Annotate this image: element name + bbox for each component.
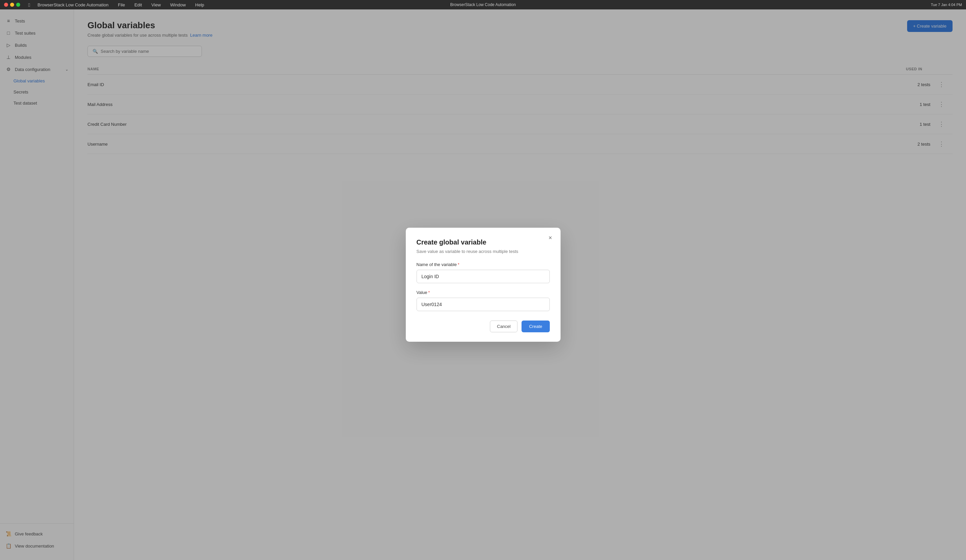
variable-value-input[interactable]	[417, 298, 550, 311]
modal-title: Create global variable	[417, 238, 550, 246]
create-button[interactable]: Create	[522, 320, 549, 332]
titlebar-left:  BrowserStack Low Code Automation File …	[4, 2, 206, 8]
maximize-button[interactable]	[16, 3, 20, 7]
apple-icon: 	[28, 2, 30, 8]
minimize-button[interactable]	[10, 3, 14, 7]
traffic-lights	[4, 3, 20, 7]
menu-help[interactable]: Help	[193, 2, 206, 8]
menu-window[interactable]: Window	[168, 2, 188, 8]
menu-edit[interactable]: Edit	[132, 2, 144, 8]
modal-close-button[interactable]: ×	[546, 233, 555, 243]
modal-subtitle: Save value as variable to reuse across m…	[417, 249, 550, 254]
variable-name-input[interactable]	[417, 270, 550, 283]
name-required-star: *	[458, 262, 459, 267]
app-container: ≡ Tests □ Test suites ▷ Builds ⊥ Modules…	[0, 10, 966, 560]
modal-actions: Cancel Create	[417, 320, 550, 332]
variable-value-label: Value *	[417, 290, 550, 295]
titlebar-center-title: BrowserStack Low Code Automation	[450, 2, 516, 7]
variable-name-label: Name of the variable *	[417, 262, 550, 267]
titlebar-right: Tue 7 Jan 4:04 PM	[931, 3, 962, 7]
create-variable-modal: × Create global variable Save value as v…	[406, 228, 560, 342]
modal-overlay: × Create global variable Save value as v…	[0, 10, 966, 560]
value-required-star: *	[428, 290, 430, 295]
menu-app[interactable]: BrowserStack Low Code Automation	[35, 2, 110, 8]
menu-view[interactable]: View	[150, 2, 163, 8]
cancel-button[interactable]: Cancel	[490, 320, 518, 332]
time-display: Tue 7 Jan 4:04 PM	[931, 3, 962, 7]
menu-file[interactable]: File	[116, 2, 127, 8]
titlebar:  BrowserStack Low Code Automation File …	[0, 0, 966, 10]
close-button[interactable]	[4, 3, 8, 7]
